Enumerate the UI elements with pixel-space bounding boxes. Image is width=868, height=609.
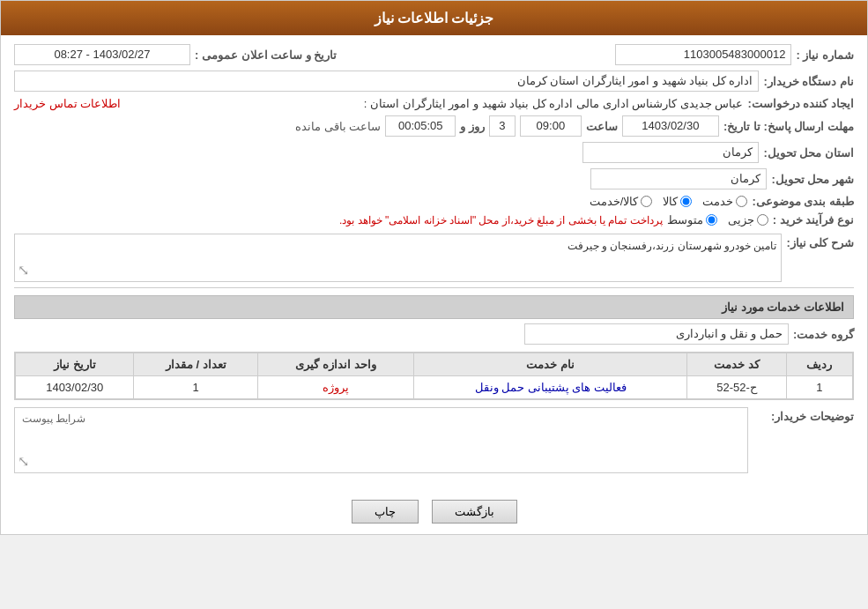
province-value: کرمان: [582, 142, 759, 163]
attachment-label: شرایط پیوست: [22, 412, 85, 425]
cell-row-num: 1: [786, 376, 852, 399]
row-province: استان محل تحویل: کرمان: [14, 142, 854, 163]
services-table: ردیف کد خدمت نام خدمت واحد اندازه گیری ت…: [15, 353, 853, 399]
row-need-number: شماره نیاز : 1103005483000012 تاریخ و سا…: [14, 44, 854, 65]
back-button[interactable]: بازگشت: [432, 500, 517, 524]
deadline-countdown-value: 00:05:05: [385, 115, 456, 137]
category-label-service: خدمت: [702, 195, 733, 208]
label-category: طبقه بندی موضوعی:: [752, 195, 854, 208]
col-row-num: ردیف: [786, 353, 852, 376]
services-section-header: اطلاعات خدمات مورد نیاز: [14, 295, 854, 319]
row-requester: ایجاد کننده درخواست: عباس جدیدی کارشناس …: [14, 97, 854, 110]
table-header-row: ردیف کد خدمت نام خدمت واحد اندازه گیری ت…: [16, 353, 853, 376]
label-requester: ایجاد کننده درخواست:: [747, 97, 854, 110]
row-deadline: مهلت ارسال پاسخ: تا تاریخ: 1403/02/30 سا…: [14, 115, 854, 137]
content-area: شماره نیاز : 1103005483000012 تاریخ و سا…: [1, 35, 867, 489]
table-row: 1 ح-52-52 فعالیت های پشتیبانی حمل ونقل پ…: [16, 376, 853, 399]
category-radio-goods[interactable]: [680, 196, 692, 207]
cell-unit: پروژه: [257, 376, 413, 399]
label-need-description: شرح کلی نیاز:: [786, 234, 854, 249]
purchase-type-label-medium: متوسط: [667, 213, 703, 227]
need-description-container: تامین خودرو شهرستان زرند،رفسنجان و جیرفت…: [14, 234, 782, 282]
row-purchase-type: نوع فرآیند خرید : جزیی متوسط پرداخت تمام…: [14, 213, 854, 227]
announce-datetime-value: 1403/02/27 - 08:27: [14, 44, 190, 65]
category-option-goods[interactable]: کالا: [663, 195, 692, 208]
label-service-group: گروه خدمت:: [793, 328, 854, 341]
contact-link[interactable]: اطلاعات تماس خریدار: [14, 97, 121, 110]
row-buyer-description: توضیحات خریدار: شرایط پیوست ⤡: [14, 407, 854, 473]
label-purchase-type: نوع فرآیند خرید :: [773, 213, 854, 227]
customer-dept-value: اداره کل بنیاد شهید و امور ایثارگران است…: [14, 71, 759, 92]
unit-link[interactable]: پروژه: [323, 381, 349, 394]
row-service-group: گروه خدمت: حمل و نقل و انبارداری: [14, 323, 854, 345]
label-province: استان محل تحویل:: [763, 146, 854, 160]
label-customer-dept: نام دستگاه خریدار:: [763, 75, 854, 88]
col-unit: واحد اندازه گیری: [257, 353, 413, 376]
col-quantity: تعداد / مقدار: [134, 353, 258, 376]
category-option-both[interactable]: کالا/خدمت: [590, 195, 653, 208]
row-category: طبقه بندی موضوعی: خدمت کالا کالا/خدمت: [14, 195, 854, 208]
button-row: بازگشت چاپ: [1, 489, 867, 534]
deadline-date-value: 1403/02/30: [622, 115, 719, 137]
category-radio-group: خدمت کالا کالا/خدمت: [590, 195, 748, 208]
label-buyer-description: توضیحات خریدار:: [748, 407, 854, 423]
purchase-type-radio-partial[interactable]: [757, 214, 768, 226]
page-header: جزئیات اطلاعات نیاز: [1, 1, 867, 35]
cell-date: 1403/02/30: [16, 376, 134, 399]
resize-icon: ⤡: [18, 453, 29, 470]
page-title: جزئیات اطلاعات نیاز: [375, 11, 494, 26]
category-option-service[interactable]: خدمت: [702, 195, 747, 208]
deadline-time-value: 09:00: [520, 115, 582, 137]
label-city: شهر محل تحویل:: [771, 173, 854, 186]
category-radio-both[interactable]: [641, 196, 652, 207]
category-radio-service[interactable]: [736, 196, 747, 207]
cell-service-name: فعالیت های پشتیبانی حمل ونقل: [414, 376, 687, 399]
print-button[interactable]: چاپ: [352, 500, 419, 524]
need-number-value: 1103005483000012: [615, 44, 791, 65]
services-section-label: اطلاعات خدمات مورد نیاز: [722, 301, 844, 314]
deadline-days-value: 3: [489, 115, 516, 137]
label-days: روز و: [460, 120, 485, 133]
cell-quantity: 1: [134, 376, 258, 399]
purchase-type-label-partial: جزیی: [728, 213, 754, 227]
purchase-type-radio-group: جزیی متوسط: [667, 213, 768, 227]
label-announce-date: تاریخ و ساعت اعلان عمومی :: [195, 48, 337, 62]
divider-1: [14, 287, 854, 288]
services-table-container: ردیف کد خدمت نام خدمت واحد اندازه گیری ت…: [14, 352, 854, 400]
row-customer-dept: نام دستگاه خریدار: اداره کل بنیاد شهید و…: [14, 71, 854, 92]
category-label-goods: کالا: [663, 195, 678, 208]
service-group-value: حمل و نقل و انبارداری: [524, 323, 789, 345]
requester-value: عباس جدیدی کارشناس اداری مالی اداره کل ب…: [125, 97, 743, 110]
row-city: شهر محل تحویل: کرمان: [14, 168, 854, 189]
city-value: کرمان: [590, 168, 767, 189]
service-name-link[interactable]: فعالیت های پشتیبانی حمل ونقل: [475, 381, 627, 394]
label-need-number: شماره نیاز :: [796, 48, 854, 62]
col-service-name: نام خدمت: [414, 353, 687, 376]
category-label-both: کالا/خدمت: [590, 195, 639, 208]
col-date: تاریخ نیاز: [16, 353, 134, 376]
label-time: ساعت: [586, 120, 618, 133]
purchase-type-option-medium[interactable]: متوسط: [667, 213, 717, 227]
buyer-description-container: شرایط پیوست ⤡: [14, 407, 748, 473]
remaining-label: ساعت باقی مانده: [295, 120, 381, 133]
purchase-type-radio-medium[interactable]: [706, 214, 717, 226]
label-deadline: مهلت ارسال پاسخ: تا تاریخ:: [723, 120, 854, 133]
col-service-code: کد خدمت: [687, 353, 786, 376]
cell-service-code: ح-52-52: [687, 376, 786, 399]
purchase-type-option-partial[interactable]: جزیی: [728, 213, 768, 227]
page-container: جزئیات اطلاعات نیاز شماره نیاز : 1103005…: [0, 0, 868, 535]
row-need-description: شرح کلی نیاز: تامین خودرو شهرستان زرند،ر…: [14, 234, 854, 282]
purchase-note: پرداخت تمام یا بخشی از مبلغ خرید،از محل …: [339, 214, 663, 227]
buyer-description-box: شرایط پیوست ⤡: [14, 407, 748, 473]
